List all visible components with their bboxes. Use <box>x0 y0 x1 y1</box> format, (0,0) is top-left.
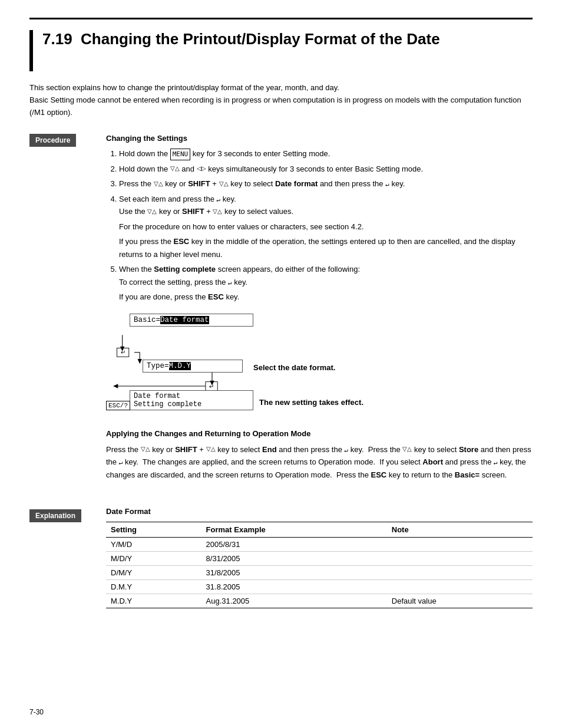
intro-line-1: This section explains how to change the … <box>29 82 533 94</box>
table-header-row: Setting Format Example Note <box>106 522 533 538</box>
procedure-steps-list: Hold down the MENU key for 3 seconds to … <box>106 147 533 303</box>
step5-indent-1: To correct the setting, press the ↵ key. <box>119 276 533 288</box>
cell-format: 31/8/2005 <box>201 566 387 580</box>
svg-rect-10 <box>206 382 217 391</box>
step-2: Hold down the ▽△ and ◁▷ keys simultaneou… <box>119 163 533 175</box>
diagram-label-select: Select the date format. <box>253 363 335 372</box>
diagram-box-top: Basic=Date format <box>130 314 253 327</box>
svg-text:↵: ↵ <box>209 384 214 390</box>
step-1: Hold down the MENU key for 3 seconds to … <box>119 147 533 160</box>
cell-note: Default value <box>387 594 533 608</box>
apply-section: Applying the Changes and Returning to Op… <box>106 427 533 481</box>
cell-note <box>387 566 533 580</box>
date-format-label: Date format <box>275 179 318 188</box>
ud-arrow7: ▽△ <box>206 444 216 454</box>
page-number: 7-30 <box>29 708 44 716</box>
page-footer: 7-30 <box>29 708 44 716</box>
explanation-section: Explanation Date Format Setting Format E… <box>29 507 533 608</box>
ud-arrow5: ▽△ <box>213 207 222 217</box>
cell-format: 2005/8/31 <box>201 538 387 552</box>
procedure-label-col: Procedure <box>29 131 106 493</box>
svg-rect-2 <box>117 348 128 357</box>
step-5: When the Setting complete screen appears… <box>119 263 533 303</box>
svg-marker-6 <box>138 359 142 364</box>
ud-arrow-icon3: ▽△ <box>219 179 229 189</box>
table-body: Y/M/D2005/8/31M/D/Y8/31/2005D/M/Y31/8/20… <box>106 538 533 608</box>
table-row: M/D/Y8/31/2005 <box>106 552 533 566</box>
intro-line-2: Basic Setting mode cannot be entered whe… <box>29 94 533 119</box>
diagram-label-effect: The new setting takes effect. <box>259 398 363 407</box>
ud-arrow-icon2: ▽△ <box>154 179 163 189</box>
ud-arrow8: ▽△ <box>402 444 412 454</box>
diagram-bottom-line2: Setting complete <box>134 400 249 409</box>
explanation-content: Date Format Setting Format Example Note … <box>106 507 533 608</box>
enter-sym2: ↵ <box>216 196 220 203</box>
date-format-section-title: Date Format <box>106 507 533 516</box>
diagram-bottom-line1: Date format <box>134 392 249 400</box>
procedure-content: Changing the Settings Hold down the MENU… <box>106 131 533 493</box>
page-title: 7.19 Changing the Printout/Display Forma… <box>42 30 440 48</box>
table-row: D/M/Y31/8/2005 <box>106 566 533 580</box>
cell-setting: M.D.Y <box>106 594 201 608</box>
ud-arrow-icon: ▽△ <box>170 164 180 174</box>
table-row: M.D.YAug.31.2005Default value <box>106 594 533 608</box>
changing-settings-title: Changing the Settings <box>106 134 533 143</box>
ud-arrow4: ▽△ <box>147 207 157 217</box>
col-format: Format Example <box>201 522 387 538</box>
diagram-box-mid: Type=M.D.Y <box>143 360 243 373</box>
step-4: Set each item and press the ↵ key. Use t… <box>119 193 533 261</box>
ud-arrow6: ▽△ <box>141 444 150 454</box>
page: 7.19 Changing the Printout/Display Forma… <box>0 0 562 728</box>
date-format-table: Setting Format Example Note Y/M/D2005/8/… <box>106 522 533 608</box>
enter-sym: ↵ <box>385 181 389 188</box>
explanation-label-col: Explanation <box>29 507 106 608</box>
section-bar <box>29 30 33 71</box>
menu-key: MENU <box>170 149 191 160</box>
table-row: Y/M/D2005/8/31 <box>106 538 533 552</box>
svg-marker-13 <box>113 384 118 388</box>
cell-note <box>387 552 533 566</box>
col-note: Note <box>387 522 533 538</box>
step4-indent-3: If you press the ESC key in the middle o… <box>119 235 533 261</box>
svg-text:↵: ↵ <box>121 350 125 357</box>
svg-marker-1 <box>120 347 124 351</box>
cell-format: 8/31/2005 <box>201 552 387 566</box>
shift-label: SHIFT <box>188 179 210 188</box>
apply-title: Applying the Changes and Returning to Op… <box>106 427 533 440</box>
cell-note <box>387 580 533 594</box>
step4-indent-1: Use the ▽△ key or SHIFT + ▽△ key to sele… <box>119 205 533 218</box>
apply-text: Press the ▽△ key or SHIFT + ▽△ key to se… <box>106 443 533 481</box>
table-row: D.M.Y31.8.2005 <box>106 580 533 594</box>
cell-setting: Y/M/D <box>106 538 201 552</box>
lr-arrow-icon: ◁▷ <box>197 164 206 174</box>
col-setting: Setting <box>106 522 201 538</box>
esc-label: ESC/? <box>106 401 130 410</box>
cell-setting: D.M.Y <box>106 580 201 594</box>
svg-marker-9 <box>210 381 214 386</box>
step4-indent-2: For the procedure on how to enter values… <box>119 220 533 233</box>
intro-text: This section explains how to change the … <box>29 82 533 118</box>
cell-note <box>387 538 533 552</box>
diagram-box-bottom: Date format Setting complete <box>130 390 253 410</box>
cell-setting: D/M/Y <box>106 566 201 580</box>
cell-setting: M/D/Y <box>106 552 201 566</box>
cell-format: Aug.31.2005 <box>201 594 387 608</box>
procedure-section: Procedure Changing the Settings Hold dow… <box>29 131 533 493</box>
diagram-area: ↵ ↵ <box>106 314 533 417</box>
step-3: Press the ▽△ key or SHIFT + ▽△ key to se… <box>119 177 533 190</box>
explanation-badge: Explanation <box>29 509 81 522</box>
header-section: 7.19 Changing the Printout/Display Forma… <box>29 18 533 71</box>
step5-indent-2: If you are done, press the ESC key. <box>119 291 533 303</box>
cell-format: 31.8.2005 <box>201 580 387 594</box>
procedure-badge: Procedure <box>29 134 76 147</box>
